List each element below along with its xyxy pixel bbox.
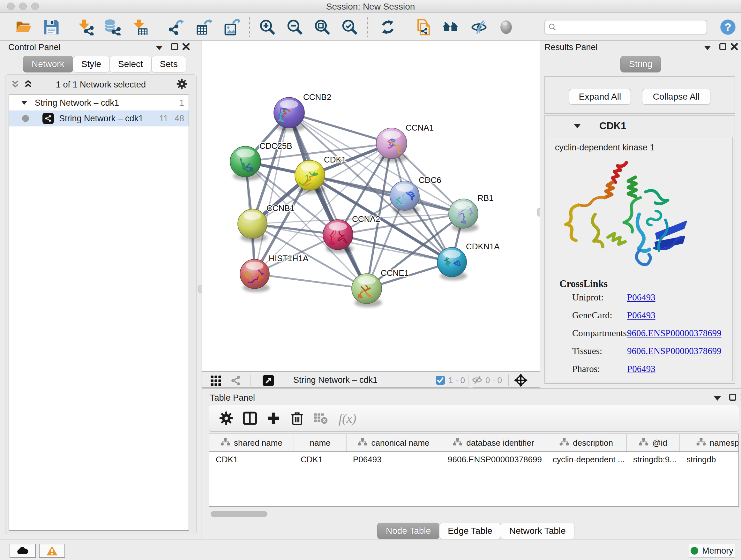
scrollbar-thumb[interactable]	[211, 511, 267, 517]
clone-network-view-button[interactable]	[412, 17, 433, 37]
hidden-eye-slash-icon[interactable]	[472, 375, 482, 385]
export-image-button[interactable]	[222, 17, 243, 37]
zoom-selected-button[interactable]	[339, 17, 360, 37]
column-header-name[interactable]: name	[294, 434, 347, 451]
panel-menu-icon[interactable]	[714, 396, 721, 401]
zoom-in-button[interactable]	[257, 17, 278, 37]
expand-all-button[interactable]: Expand All	[569, 89, 631, 105]
network-row[interactable]: String Network – cdk1 11 48	[9, 111, 189, 126]
panel-menu-icon[interactable]	[704, 46, 711, 50]
network-view[interactable]: CCNB2CCNA1CDC25BCDK1CDC6RB1CCNB1CCNA2CDK…	[202, 41, 540, 371]
column-header-database-identifier[interactable]: database identifier	[441, 434, 546, 451]
import-network-icon	[78, 19, 94, 36]
network-graph[interactable]: CCNB2CCNA1CDC25BCDK1CDC6RB1CCNB1CCNA2CDK…	[202, 41, 540, 371]
node-CCNB1[interactable]: CCNB1	[238, 203, 294, 242]
crosslink-link[interactable]: P06493	[627, 364, 656, 374]
column-header-@id[interactable]: @id	[627, 434, 680, 451]
network-collection-row[interactable]: String Network – cdk1 1	[9, 95, 189, 111]
tab-network[interactable]: Network	[23, 56, 73, 72]
warnings-button[interactable]	[39, 544, 65, 558]
tab-node-table[interactable]: Node Table	[377, 523, 440, 539]
panel-menu-icon[interactable]	[156, 46, 163, 50]
zoom-out-button[interactable]	[284, 17, 306, 37]
node-label-RB1: RB1	[477, 193, 494, 203]
zoom-fit-button[interactable]	[312, 17, 333, 37]
node-CCNA1[interactable]: CCNA1	[376, 123, 434, 163]
cloud-button[interactable]	[10, 544, 36, 558]
crosslink-link[interactable]: P06493	[627, 310, 656, 320]
cell-canonical-name[interactable]: P06493	[347, 455, 441, 464]
gene-entry-header[interactable]: CDK1	[545, 116, 735, 137]
birds-eye-grid-icon[interactable]	[210, 375, 221, 386]
tab-sets[interactable]: Sets	[151, 56, 186, 72]
table-row[interactable]: CDK1CDK1P064939606.ENSP00000378699cyclin…	[209, 452, 738, 467]
crosslink-link[interactable]: 9606.ENSP00000378699	[627, 328, 722, 338]
crosslink-link[interactable]: 9606.ENSP00000378699	[627, 346, 722, 356]
column-header-shared-name[interactable]: shared name	[209, 434, 294, 451]
import-network-from-database-button[interactable]	[102, 17, 123, 37]
collection-expand-icon[interactable]	[21, 101, 27, 105]
close-panel-icon[interactable]	[182, 43, 190, 51]
toolbar-separator	[68, 17, 68, 37]
cell-description[interactable]: cyclin-dependent ...	[546, 455, 627, 464]
float-panel-icon[interactable]	[719, 43, 727, 51]
cell-database-identifier[interactable]: 9606.ENSP00000378699	[441, 455, 546, 464]
show-graphics-details-button[interactable]	[495, 17, 517, 37]
search-field[interactable]	[544, 20, 707, 35]
open-in-browser-icon[interactable]	[263, 375, 274, 386]
tree-column-icon	[639, 438, 649, 448]
float-panel-icon[interactable]	[729, 393, 737, 401]
birds-eye-view-button[interactable]	[440, 17, 461, 37]
refresh-view-button[interactable]	[377, 17, 398, 37]
export-network-button[interactable]	[165, 17, 186, 37]
save-icon	[43, 19, 60, 36]
column-header-namespace[interactable]: namespace	[680, 434, 739, 451]
cell-namespace[interactable]: stringdb	[680, 455, 739, 464]
open-session-button[interactable]	[13, 17, 35, 37]
network-current-dot-icon	[22, 115, 29, 122]
node-RB1[interactable]: RB1	[449, 193, 494, 232]
import-network-button[interactable]	[76, 17, 97, 37]
node-CDKN1A[interactable]: CDKN1A	[437, 242, 500, 280]
network-options-gear-icon[interactable]	[177, 78, 187, 89]
selected-checkbox-icon[interactable]	[436, 376, 445, 385]
tab-style[interactable]: Style	[73, 56, 110, 72]
fit-selected-crosshair-icon[interactable]	[514, 374, 528, 387]
add-column-icon[interactable]	[266, 411, 281, 426]
tab-network-table[interactable]: Network Table	[501, 523, 575, 539]
crosslink-link[interactable]: P06493	[627, 292, 656, 303]
export-table-button[interactable]	[194, 17, 215, 37]
tab-select[interactable]: Select	[110, 56, 151, 72]
edge-HIST1H1A-CCNE1	[255, 274, 367, 289]
hide-unhide-button[interactable]	[468, 17, 489, 37]
memory-status-icon	[690, 547, 698, 555]
collapse-all-button[interactable]: Collapse All	[642, 89, 711, 105]
node-CCNB2[interactable]: CCNB2	[274, 92, 331, 132]
import-table-button[interactable]	[130, 17, 151, 37]
node-HIST1H1A[interactable]: HIST1H1A	[240, 253, 309, 292]
save-session-button[interactable]	[41, 17, 62, 37]
help-icon: ?	[720, 19, 736, 36]
close-panel-icon[interactable]	[730, 43, 738, 51]
float-panel-icon[interactable]	[171, 43, 179, 51]
cell-shared-name[interactable]: CDK1	[209, 455, 294, 464]
table-options-gear-icon[interactable]	[219, 411, 234, 426]
column-header-description[interactable]: description	[546, 434, 627, 451]
column-header-canonical-name[interactable]: canonical name	[347, 434, 441, 451]
entry-collapse-icon[interactable]	[574, 124, 581, 128]
cell-name[interactable]: CDK1	[294, 455, 347, 464]
tab-string[interactable]: String	[620, 56, 661, 72]
table-horizontal-scrollbar[interactable]	[209, 511, 739, 518]
search-input[interactable]	[559, 21, 706, 34]
memory-button[interactable]: Memory	[689, 544, 735, 558]
show-columns-icon[interactable]	[242, 411, 258, 426]
cell-@id[interactable]: stringdb:9...	[627, 455, 680, 464]
refresh-icon	[380, 19, 396, 36]
tab-edge-table[interactable]: Edge Table	[439, 523, 501, 539]
help-button[interactable]: ?	[718, 17, 738, 37]
share-network-icon[interactable]	[230, 375, 242, 386]
table-panel-tabs: Node TableEdge TableNetwork Table	[377, 523, 574, 539]
delete-column-icon[interactable]	[289, 411, 305, 426]
node-CDC6[interactable]: CDC6	[390, 175, 441, 214]
column-label: database identifier	[466, 438, 534, 448]
